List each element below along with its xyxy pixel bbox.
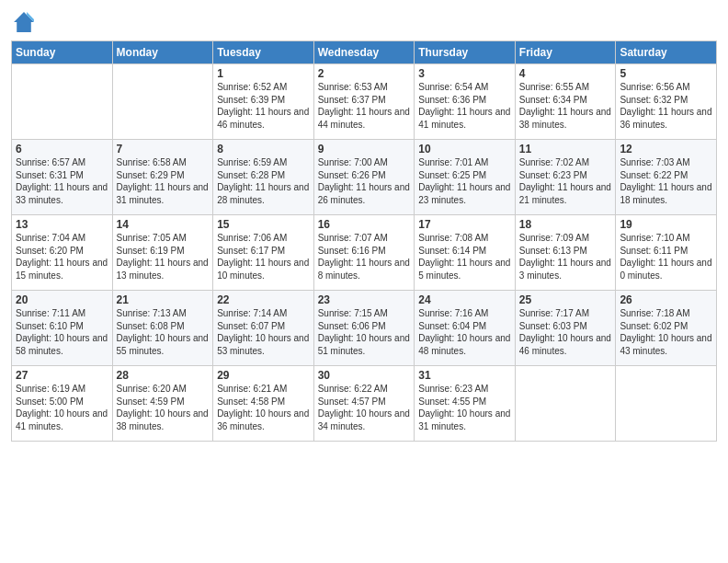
calendar-table: SundayMondayTuesdayWednesdayThursdayFrid… — [11, 40, 717, 442]
header — [11, 9, 717, 35]
day-info: Sunrise: 7:00 AM Sunset: 6:26 PM Dayligh… — [318, 156, 411, 206]
day-number: 9 — [318, 143, 411, 155]
calendar-cell: 1Sunrise: 6:52 AM Sunset: 6:39 PM Daylig… — [213, 64, 314, 140]
weekday-header: Tuesday — [213, 41, 314, 64]
day-info: Sunrise: 7:06 AM Sunset: 6:17 PM Dayligh… — [217, 232, 310, 282]
day-info: Sunrise: 6:58 AM Sunset: 6:29 PM Dayligh… — [117, 156, 210, 206]
calendar-cell: 20Sunrise: 7:11 AM Sunset: 6:10 PM Dayli… — [12, 291, 113, 366]
calendar-cell: 10Sunrise: 7:01 AM Sunset: 6:25 PM Dayli… — [415, 140, 516, 215]
day-number: 12 — [620, 143, 712, 155]
day-number: 21 — [117, 293, 210, 306]
day-info: Sunrise: 7:08 AM Sunset: 6:14 PM Dayligh… — [418, 232, 511, 282]
calendar-cell — [112, 64, 213, 140]
day-number: 11 — [519, 143, 612, 155]
calendar-week-row: 1Sunrise: 6:52 AM Sunset: 6:39 PM Daylig… — [12, 64, 717, 140]
logo-icon — [11, 9, 37, 35]
day-number: 23 — [318, 293, 411, 306]
weekday-header: Wednesday — [313, 41, 415, 64]
calendar-cell: 21Sunrise: 7:13 AM Sunset: 6:08 PM Dayli… — [112, 291, 213, 366]
day-number: 14 — [117, 218, 210, 231]
calendar-cell: 17Sunrise: 7:08 AM Sunset: 6:14 PM Dayli… — [415, 215, 516, 291]
calendar-cell: 26Sunrise: 7:18 AM Sunset: 6:02 PM Dayli… — [616, 291, 717, 366]
day-info: Sunrise: 6:55 AM Sunset: 6:34 PM Dayligh… — [519, 81, 612, 131]
day-number: 20 — [16, 293, 108, 306]
day-info: Sunrise: 7:17 AM Sunset: 6:03 PM Dayligh… — [519, 307, 612, 357]
calendar-cell: 16Sunrise: 7:07 AM Sunset: 6:16 PM Dayli… — [313, 215, 415, 291]
calendar-cell: 5Sunrise: 6:56 AM Sunset: 6:32 PM Daylig… — [616, 64, 717, 140]
calendar-cell: 11Sunrise: 7:02 AM Sunset: 6:23 PM Dayli… — [515, 140, 616, 215]
day-info: Sunrise: 7:05 AM Sunset: 6:19 PM Dayligh… — [117, 232, 210, 282]
day-number: 18 — [519, 218, 612, 231]
day-info: Sunrise: 7:14 AM Sunset: 6:07 PM Dayligh… — [217, 307, 310, 357]
day-info: Sunrise: 6:20 AM Sunset: 4:59 PM Dayligh… — [117, 383, 210, 432]
day-info: Sunrise: 7:04 AM Sunset: 6:20 PM Dayligh… — [16, 232, 108, 282]
day-info: Sunrise: 6:54 AM Sunset: 6:36 PM Dayligh… — [418, 81, 511, 131]
calendar-cell: 27Sunrise: 6:19 AM Sunset: 5:00 PM Dayli… — [12, 366, 113, 442]
calendar-cell: 14Sunrise: 7:05 AM Sunset: 6:19 PM Dayli… — [112, 215, 213, 291]
day-number: 29 — [217, 369, 310, 382]
weekday-header: Monday — [112, 41, 213, 64]
calendar-cell: 31Sunrise: 6:23 AM Sunset: 4:55 PM Dayli… — [415, 366, 516, 442]
calendar-cell: 29Sunrise: 6:21 AM Sunset: 4:58 PM Dayli… — [213, 366, 314, 442]
day-info: Sunrise: 7:07 AM Sunset: 6:16 PM Dayligh… — [318, 232, 411, 282]
day-info: Sunrise: 6:57 AM Sunset: 6:31 PM Dayligh… — [16, 156, 108, 206]
day-info: Sunrise: 7:16 AM Sunset: 6:04 PM Dayligh… — [418, 307, 511, 357]
calendar-week-row: 6Sunrise: 6:57 AM Sunset: 6:31 PM Daylig… — [12, 140, 717, 215]
calendar-cell: 23Sunrise: 7:15 AM Sunset: 6:06 PM Dayli… — [313, 291, 415, 366]
day-number: 4 — [519, 67, 612, 80]
day-info: Sunrise: 7:11 AM Sunset: 6:10 PM Dayligh… — [16, 307, 108, 357]
day-number: 25 — [519, 293, 612, 306]
day-number: 5 — [620, 67, 712, 80]
calendar-week-row: 27Sunrise: 6:19 AM Sunset: 5:00 PM Dayli… — [12, 366, 717, 442]
calendar-cell: 8Sunrise: 6:59 AM Sunset: 6:28 PM Daylig… — [213, 140, 314, 215]
day-number: 1 — [217, 67, 310, 80]
day-number: 28 — [117, 369, 210, 382]
calendar-cell: 13Sunrise: 7:04 AM Sunset: 6:20 PM Dayli… — [12, 215, 113, 291]
calendar-cell: 15Sunrise: 7:06 AM Sunset: 6:17 PM Dayli… — [213, 215, 314, 291]
calendar-cell: 9Sunrise: 7:00 AM Sunset: 6:26 PM Daylig… — [313, 140, 415, 215]
calendar-cell: 24Sunrise: 7:16 AM Sunset: 6:04 PM Dayli… — [415, 291, 516, 366]
calendar-cell: 25Sunrise: 7:17 AM Sunset: 6:03 PM Dayli… — [515, 291, 616, 366]
day-number: 3 — [418, 67, 511, 80]
day-number: 6 — [16, 143, 108, 155]
day-number: 22 — [217, 293, 310, 306]
weekday-header: Friday — [515, 41, 616, 64]
day-info: Sunrise: 6:53 AM Sunset: 6:37 PM Dayligh… — [318, 81, 411, 131]
weekday-header: Thursday — [415, 41, 516, 64]
day-number: 26 — [620, 293, 712, 306]
day-number: 27 — [16, 369, 108, 382]
calendar-cell — [515, 366, 616, 442]
calendar-cell: 4Sunrise: 6:55 AM Sunset: 6:34 PM Daylig… — [515, 64, 616, 140]
calendar-cell: 6Sunrise: 6:57 AM Sunset: 6:31 PM Daylig… — [12, 140, 113, 215]
day-info: Sunrise: 7:10 AM Sunset: 6:11 PM Dayligh… — [620, 232, 712, 282]
day-number: 17 — [418, 218, 511, 231]
day-info: Sunrise: 7:18 AM Sunset: 6:02 PM Dayligh… — [620, 307, 712, 357]
day-number: 15 — [217, 218, 310, 231]
day-info: Sunrise: 6:59 AM Sunset: 6:28 PM Dayligh… — [217, 156, 310, 206]
calendar-cell: 2Sunrise: 6:53 AM Sunset: 6:37 PM Daylig… — [313, 64, 415, 140]
day-number: 19 — [620, 218, 712, 231]
calendar-cell: 7Sunrise: 6:58 AM Sunset: 6:29 PM Daylig… — [112, 140, 213, 215]
calendar-cell: 19Sunrise: 7:10 AM Sunset: 6:11 PM Dayli… — [616, 215, 717, 291]
day-number: 8 — [217, 143, 310, 155]
calendar-cell — [12, 64, 113, 140]
weekday-header: Saturday — [616, 41, 717, 64]
calendar-week-row: 20Sunrise: 7:11 AM Sunset: 6:10 PM Dayli… — [12, 291, 717, 366]
calendar-cell — [616, 366, 717, 442]
day-info: Sunrise: 6:19 AM Sunset: 5:00 PM Dayligh… — [16, 383, 108, 432]
logo — [11, 9, 40, 35]
day-number: 10 — [418, 143, 511, 155]
day-info: Sunrise: 7:03 AM Sunset: 6:22 PM Dayligh… — [620, 156, 712, 206]
calendar-header-row: SundayMondayTuesdayWednesdayThursdayFrid… — [12, 41, 717, 64]
day-info: Sunrise: 6:22 AM Sunset: 4:57 PM Dayligh… — [318, 383, 411, 432]
calendar-cell: 3Sunrise: 6:54 AM Sunset: 6:36 PM Daylig… — [415, 64, 516, 140]
day-info: Sunrise: 7:01 AM Sunset: 6:25 PM Dayligh… — [418, 156, 511, 206]
day-number: 13 — [16, 218, 108, 231]
day-number: 2 — [318, 67, 411, 80]
calendar-cell: 30Sunrise: 6:22 AM Sunset: 4:57 PM Dayli… — [313, 366, 415, 442]
calendar-cell: 22Sunrise: 7:14 AM Sunset: 6:07 PM Dayli… — [213, 291, 314, 366]
day-info: Sunrise: 6:52 AM Sunset: 6:39 PM Dayligh… — [217, 81, 310, 131]
day-number: 16 — [318, 218, 411, 231]
calendar-cell: 28Sunrise: 6:20 AM Sunset: 4:59 PM Dayli… — [112, 366, 213, 442]
calendar-cell: 12Sunrise: 7:03 AM Sunset: 6:22 PM Dayli… — [616, 140, 717, 215]
